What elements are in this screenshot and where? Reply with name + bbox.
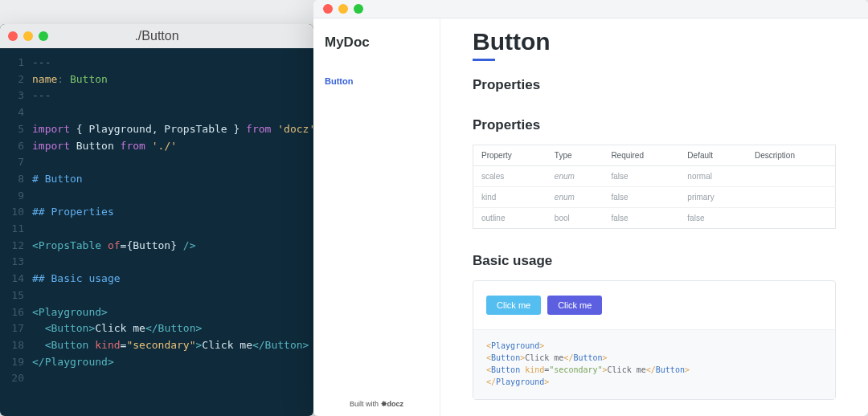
table-row: scalesenumfalsenormal: [473, 166, 836, 187]
line-number: 17: [0, 320, 24, 337]
line-number: 9: [0, 188, 24, 205]
code-area[interactable]: ---name: Button--- import { Playground, …: [32, 55, 313, 416]
table-cell: false: [679, 208, 747, 229]
demo-button-secondary[interactable]: Click me: [547, 296, 602, 315]
code-line[interactable]: ## Properties: [32, 204, 313, 221]
table-cell: normal: [679, 166, 747, 187]
playground-code[interactable]: <Playground> <Button>Click me</Button> <…: [473, 329, 835, 399]
line-number: 19: [0, 354, 24, 371]
code-line[interactable]: [32, 104, 313, 121]
table-cell: [747, 187, 836, 208]
editor-window: ./Button 1234567891011121314151617181920…: [0, 24, 313, 416]
line-number: 6: [0, 138, 24, 155]
section-properties: Properties: [473, 117, 836, 133]
browser-window: MyDoc Button Built with ✸docz Button Pro…: [313, 0, 868, 416]
code-line[interactable]: ---: [32, 55, 313, 71]
sidebar: MyDoc Button Built with ✸docz: [313, 18, 440, 416]
code-line: </Playground>: [486, 376, 822, 388]
code-line: <Playground>: [486, 340, 822, 352]
table-cell: [747, 208, 836, 229]
code-line[interactable]: # Button: [32, 171, 313, 188]
props-header: Description: [747, 145, 836, 166]
line-number: 14: [0, 271, 24, 288]
page-title: Button: [473, 28, 836, 55]
line-number: 10: [0, 204, 24, 221]
table-cell: enum: [547, 166, 604, 187]
browser-titlebar: [313, 0, 868, 18]
props-header: Property: [473, 145, 547, 166]
editor-body: 1234567891011121314151617181920 ---name:…: [0, 48, 313, 416]
code-line[interactable]: [32, 188, 313, 205]
section-basic-usage: Basic usage: [473, 253, 836, 269]
code-line[interactable]: import Button from './': [32, 138, 313, 155]
line-number: 11: [0, 221, 24, 238]
sidebar-item-button[interactable]: Button: [313, 75, 440, 88]
browser-body: MyDoc Button Built with ✸docz Button Pro…: [313, 18, 868, 416]
demo-button-primary[interactable]: Click me: [486, 296, 541, 315]
props-header: Type: [547, 145, 604, 166]
code-line[interactable]: [32, 154, 313, 171]
props-header: Required: [603, 145, 679, 166]
line-number: 3: [0, 88, 24, 104]
playground: Click meClick me <Playground> <Button>Cl…: [473, 280, 836, 400]
table-row: outlineboolfalsefalse: [473, 208, 836, 229]
built-with-prefix: Built with: [350, 400, 381, 408]
props-table-body: scalesenumfalsenormalkindenumfalseprimar…: [473, 166, 836, 229]
table-row: kindenumfalseprimary: [473, 187, 836, 208]
line-number: 7: [0, 154, 24, 171]
props-table-head: PropertyTypeRequiredDefaultDescription: [473, 145, 836, 166]
title-underline: [473, 59, 495, 61]
table-cell: false: [603, 187, 679, 208]
line-number: 18: [0, 337, 24, 354]
line-number: 8: [0, 171, 24, 188]
close-icon[interactable]: [323, 4, 333, 14]
line-number: 15: [0, 288, 24, 304]
built-with: Built with ✸docz: [313, 394, 440, 416]
section-properties-top: Properties: [473, 77, 836, 93]
content: Button Properties Properties PropertyTyp…: [440, 18, 868, 416]
table-cell: bool: [547, 208, 604, 229]
line-number: 4: [0, 104, 24, 121]
props-header: Default: [679, 145, 747, 166]
line-number: 20: [0, 370, 24, 387]
built-with-name: ✸docz: [381, 400, 404, 408]
line-number: 5: [0, 121, 24, 138]
table-cell: primary: [679, 187, 747, 208]
table-cell: enum: [547, 187, 604, 208]
table-cell: outline: [473, 208, 547, 229]
code-line[interactable]: [32, 370, 313, 387]
line-number: 13: [0, 254, 24, 271]
code-line[interactable]: [32, 254, 313, 271]
line-number: 12: [0, 238, 24, 255]
line-number-gutter: 1234567891011121314151617181920: [0, 55, 32, 416]
browser-traffic-lights: [323, 4, 363, 14]
zoom-icon[interactable]: [354, 4, 363, 14]
playground-preview: Click meClick me: [473, 281, 835, 329]
logo: MyDoc: [313, 18, 440, 75]
code-line: <Button>Click me</Button>: [486, 352, 822, 364]
code-line[interactable]: ## Basic usage: [32, 271, 313, 288]
code-line[interactable]: <Button kind="secondary">Click me</Butto…: [32, 337, 313, 354]
editor-titlebar: ./Button: [0, 24, 313, 48]
code-line[interactable]: name: Button: [32, 71, 313, 88]
table-cell: [747, 166, 836, 187]
props-table: PropertyTypeRequiredDefaultDescription s…: [473, 145, 836, 229]
sidebar-nav: Button: [313, 75, 440, 88]
editor-title: ./Button: [0, 29, 313, 43]
minimize-icon[interactable]: [338, 4, 348, 14]
code-line[interactable]: </Playground>: [32, 354, 313, 371]
code-line[interactable]: <Playground>: [32, 304, 313, 321]
line-number: 16: [0, 304, 24, 321]
code-line[interactable]: [32, 288, 313, 304]
code-line[interactable]: [32, 221, 313, 238]
table-cell: kind: [473, 187, 547, 208]
code-line[interactable]: <Button>Click me</Button>: [32, 320, 313, 337]
table-cell: false: [603, 166, 679, 187]
code-line[interactable]: import { Playground, PropsTable } from '…: [32, 121, 313, 138]
code-line: <Button kind="secondary">Click me</Butto…: [486, 364, 822, 376]
table-cell: scales: [473, 166, 547, 187]
line-number: 1: [0, 55, 24, 71]
line-number: 2: [0, 71, 24, 88]
code-line[interactable]: ---: [32, 88, 313, 104]
code-line[interactable]: <PropsTable of={Button} />: [32, 238, 313, 255]
